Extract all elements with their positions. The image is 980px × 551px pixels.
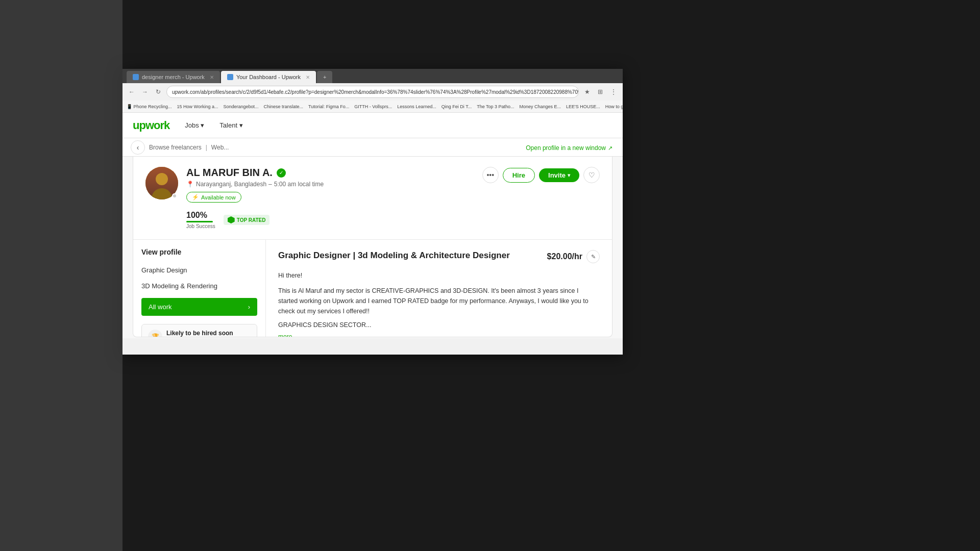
all-work-label: All work [149, 303, 172, 311]
portfolio-3d-modeling[interactable]: 3D Modeling & Rendering [133, 278, 265, 294]
browser-window: designer merch - Upwork ✕ Your Dashboard… [122, 69, 623, 355]
tab-favicon-2 [227, 74, 233, 80]
breadcrumb-web[interactable]: Web... [211, 144, 229, 151]
bio-paragraph: This is Al Maruf and my sector is CREATI… [278, 286, 600, 316]
extensions-btn[interactable]: ⊞ [595, 87, 605, 97]
hourly-rate: $20.00/hr [547, 252, 582, 261]
reload-btn[interactable]: ↻ [153, 87, 163, 97]
breadcrumb-browse[interactable]: Browse freelancers [149, 144, 202, 151]
hired-soon-box: 🏆 Likely to be hired soon Recently invit… [141, 324, 257, 337]
hired-soon-title: Likely to be hired soon [166, 330, 233, 337]
bookmark-11[interactable]: How to get more... [605, 104, 623, 109]
bookmark-1[interactable]: 15 How Working a... [177, 104, 218, 109]
right-panel: Graphic Designer | 3d Modeling & Archite… [266, 240, 612, 337]
favorite-button[interactable]: ♡ [583, 167, 600, 183]
tab-favicon-1 [133, 74, 139, 80]
portfolio-graphic-design[interactable]: Graphic Design [133, 262, 265, 278]
invite-label: Invite [548, 171, 566, 179]
nav-talent[interactable]: Talent ▾ [219, 121, 242, 129]
open-profile-link[interactable]: Open profile in a new window ↗ [526, 144, 612, 152]
bookmark-2[interactable]: Sonderangebot... [223, 104, 258, 109]
location-text: Narayanganj, Bangladesh [196, 181, 266, 188]
job-success-widget: 100% Job Success [186, 211, 215, 229]
stats-row: 100% Job Success TOP RATED [186, 211, 600, 229]
all-work-button[interactable]: All work › [141, 298, 257, 316]
hired-soon-text: Likely to be hired soon Recently invited… [166, 330, 233, 337]
lightning-icon: ⚡ [192, 194, 199, 201]
tab-dashboard[interactable]: Your Dashboard - Upwork ✕ [221, 71, 316, 83]
address-text: upwork.com/ab/profiles/search/c/2/d9f5d1… [172, 89, 579, 95]
page-content: upwork Jobs ▾ Talent ▾ ‹ Browse freelanc… [122, 113, 623, 338]
hired-soon-icon: 🏆 [148, 330, 162, 337]
top-rated-text: TOP RATED [237, 217, 266, 223]
tab-close-1[interactable]: ✕ [210, 74, 214, 80]
back-nav-btn[interactable]: ← [127, 87, 137, 97]
verified-icon: ✓ [277, 168, 286, 178]
address-bar[interactable]: upwork.com/ab/profiles/search/c/2/d9f5d1… [166, 86, 579, 98]
time-separator: – [268, 181, 272, 188]
profile-header: AL MARUF BIN A. ✓ 📍 Narayanganj, Banglad… [133, 157, 612, 240]
hired-soon-sub: Recently invited 43 times [166, 337, 233, 337]
address-bar-row: ← → ↻ upwork.com/ab/profiles/search/c/2/… [122, 83, 623, 101]
bookmark-3[interactable]: Chinese translate... [263, 104, 303, 109]
upwork-logo: upwork [133, 119, 169, 132]
hire-button[interactable]: Hire [503, 168, 535, 183]
view-profile-label: View profile [133, 248, 265, 262]
left-panel: View profile Graphic Design 3D Modeling … [133, 240, 266, 337]
more-button[interactable]: ••• [482, 167, 499, 183]
main-panel: AL MARUF BIN A. ✓ 📍 Narayanganj, Banglad… [133, 157, 612, 337]
left-dim-overlay [0, 0, 122, 551]
top-rated-badge: TOP RATED [224, 215, 270, 225]
back-icon: ‹ [137, 143, 139, 152]
back-button[interactable]: ‹ [131, 140, 145, 155]
job-success-label: Job Success [186, 223, 215, 229]
bookmark-10[interactable]: LEE'S HOUSE... [566, 104, 600, 109]
job-title-row: Graphic Designer | 3d Modeling & Archite… [278, 250, 600, 263]
available-text: Available now [201, 194, 236, 201]
bio-intro: Hi there! [278, 270, 600, 281]
tab-designer-merch[interactable]: designer merch - Upwork ✕ [127, 71, 220, 83]
bio-more-link[interactable]: more [278, 333, 292, 337]
invite-button[interactable]: Invite ▾ [539, 168, 579, 182]
profile-body: View profile Graphic Design 3D Modeling … [133, 240, 612, 337]
action-buttons: ••• Hire Invite ▾ ♡ [482, 167, 600, 183]
breadcrumb-sep: | [206, 144, 207, 151]
job-title: Graphic Designer | 3d Modeling & Archite… [278, 250, 510, 261]
avatar-container [145, 167, 178, 199]
shield-icon [228, 216, 235, 223]
open-profile-icon: ↗ [608, 145, 612, 152]
online-status-dot [172, 193, 177, 198]
nav-jobs[interactable]: Jobs ▾ [185, 121, 204, 129]
rate-edit-button[interactable]: ✎ [586, 250, 600, 263]
rate-container: $20.00/hr ✎ [547, 250, 600, 263]
bookmark-7[interactable]: Qing Fei Di T... [442, 104, 472, 109]
menu-btn[interactable]: ⋮ [608, 87, 619, 97]
location-pin-icon: 📍 [186, 181, 194, 188]
all-work-chevron: › [248, 303, 250, 311]
local-time-text: 5:00 am local time [274, 181, 324, 188]
tab-new[interactable]: + [317, 71, 332, 83]
bio-section: GRAPHICS DESIGN SECTOR... [278, 321, 600, 329]
job-success-bar [186, 221, 213, 222]
open-profile-text: Open profile in a new window [526, 144, 606, 152]
forward-nav-btn[interactable]: → [140, 87, 150, 97]
job-success-pct: 100% [186, 211, 215, 220]
bookmark-0[interactable]: 📱 Phone Recycling... [127, 104, 172, 109]
tab-label-2: Your Dashboard - Upwork [236, 74, 301, 80]
bookmark-8[interactable]: The Top 3 Patho... [477, 104, 514, 109]
bookmark-6[interactable]: Lessons Learned... [397, 104, 436, 109]
available-badge: ⚡ Available now [186, 192, 241, 203]
bookmark-4[interactable]: Tutorial: Figma Fo... [308, 104, 349, 109]
invite-dropdown-icon: ▾ [568, 172, 570, 178]
bookmark-9[interactable]: Money Changes E... [520, 104, 561, 109]
tab-new-label: + [323, 74, 326, 80]
profile-name: AL MARUF BIN A. [186, 167, 273, 179]
tab-bar: designer merch - Upwork ✕ Your Dashboard… [122, 69, 623, 83]
tab-label-1: designer merch - Upwork [142, 74, 205, 80]
upwork-nav: upwork Jobs ▾ Talent ▾ [122, 113, 623, 138]
bookmark-btn[interactable]: ★ [582, 87, 592, 97]
tab-close-2[interactable]: ✕ [306, 74, 310, 80]
bookmark-5[interactable]: GITTH - Vollsprs... [354, 104, 392, 109]
bookmarks-bar: 📱 Phone Recycling... 15 How Working a...… [122, 101, 623, 113]
